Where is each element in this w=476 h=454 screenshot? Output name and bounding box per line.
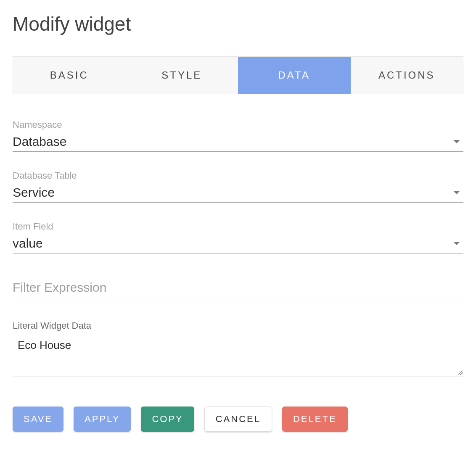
filter-expression-input[interactable] — [13, 280, 463, 295]
filter-expression-field — [13, 279, 463, 299]
tab-data[interactable]: DATA — [238, 57, 351, 94]
database-table-label: Database Table — [13, 170, 463, 181]
namespace-value: Database — [13, 135, 66, 149]
delete-button[interactable]: DELETE — [282, 406, 348, 432]
namespace-select[interactable]: Database — [13, 133, 463, 152]
database-table-field: Database Table Service — [13, 170, 463, 203]
database-table-select[interactable]: Service — [13, 184, 463, 203]
tabs: BASIC STYLE DATA ACTIONS — [13, 56, 463, 94]
literal-widget-data-label: Literal Widget Data — [13, 320, 463, 331]
item-field-value: value — [13, 236, 43, 251]
tab-basic[interactable]: BASIC — [13, 57, 126, 94]
item-field-select[interactable]: value — [13, 235, 463, 253]
save-button[interactable]: SAVE — [13, 406, 63, 432]
database-table-value: Service — [13, 185, 55, 200]
cancel-button[interactable]: CANCEL — [204, 406, 272, 432]
chevron-down-icon — [453, 140, 460, 143]
namespace-label: Namespace — [13, 119, 463, 130]
item-field-field: Item Field value — [13, 221, 463, 253]
page-title: Modify widget — [13, 13, 463, 35]
literal-widget-data-textarea[interactable] — [13, 337, 463, 375]
apply-button[interactable]: APPLY — [74, 406, 131, 432]
tab-style[interactable]: STYLE — [126, 57, 238, 94]
item-field-label: Item Field — [13, 221, 463, 232]
literal-widget-data-field: Literal Widget Data — [13, 320, 463, 377]
button-row: SAVE APPLY COPY CANCEL DELETE — [13, 406, 463, 432]
copy-button[interactable]: COPY — [141, 406, 194, 432]
namespace-field: Namespace Database — [13, 119, 463, 152]
chevron-down-icon — [453, 191, 460, 194]
chevron-down-icon — [453, 242, 460, 245]
tab-actions[interactable]: ACTIONS — [351, 57, 463, 94]
